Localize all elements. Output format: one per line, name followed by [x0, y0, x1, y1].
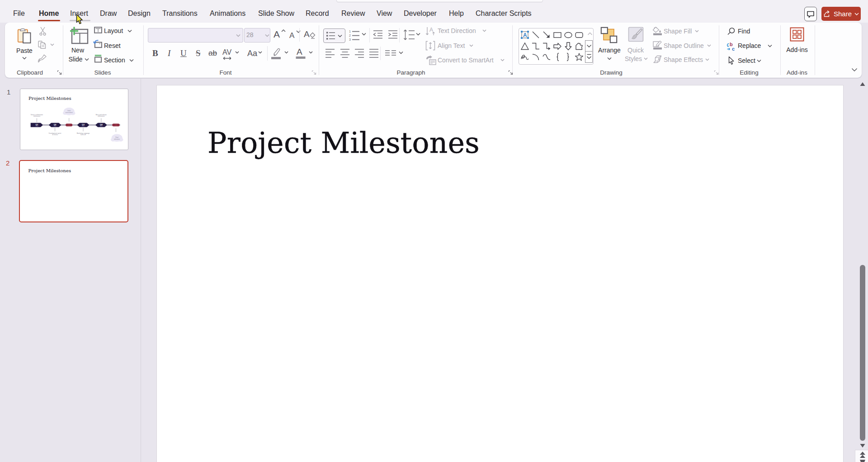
- tab-transitions[interactable]: Transitions: [162, 9, 198, 18]
- tab-slide-show[interactable]: Slide Show: [258, 9, 294, 18]
- tab-file[interactable]: File: [13, 9, 25, 18]
- shape-gallery: A: [519, 28, 594, 65]
- font-color-chevron-icon[interactable]: [309, 51, 313, 54]
- tab-draw[interactable]: Draw: [100, 9, 117, 18]
- timeline-clouds-1-l2: milestone: [114, 138, 120, 140]
- comments-button[interactable]: [804, 7, 817, 21]
- gallery-more-icon: [586, 54, 592, 60]
- columns-chevron-icon[interactable]: [399, 51, 403, 54]
- slide-title-text[interactable]: Project Milestones: [208, 127, 480, 160]
- increase-font-size-icon[interactable]: A: [273, 28, 286, 40]
- gallery-more-button[interactable]: [585, 51, 593, 63]
- tab-home[interactable]: Home: [39, 9, 59, 18]
- slide1-number: 1: [7, 88, 10, 96]
- previous-slide-button[interactable]: [859, 451, 866, 459]
- tab-view[interactable]: View: [377, 9, 392, 18]
- copy-icon[interactable]: [38, 41, 47, 49]
- scrollbar-up-icon[interactable]: [859, 81, 866, 87]
- group-label-drawing: Drawing: [600, 69, 623, 76]
- line-spacing-chevron-icon[interactable]: [416, 33, 420, 36]
- align-right-icon[interactable]: [354, 48, 364, 58]
- shape-rectangle-icon[interactable]: [553, 30, 562, 39]
- tab-review[interactable]: Review: [341, 9, 365, 18]
- slide2-thumbnail[interactable]: Project Milestones: [19, 160, 128, 222]
- change-case-chevron-icon[interactable]: [258, 51, 262, 54]
- align-left-icon[interactable]: [325, 48, 335, 58]
- shape-arrow-icon[interactable]: [542, 30, 551, 39]
- character-spacing-chevron-icon[interactable]: [235, 51, 239, 54]
- shape-oval-icon[interactable]: [564, 30, 573, 39]
- align-text-label: Align Text: [438, 42, 465, 49]
- shape-freeform-icon[interactable]: [575, 42, 584, 51]
- shape-text-box-icon[interactable]: A: [520, 30, 529, 39]
- shape-right-brace-icon[interactable]: [564, 52, 573, 61]
- tab-record[interactable]: Record: [306, 9, 329, 18]
- strikethrough-button[interactable]: S: [196, 48, 201, 58]
- panel-divider[interactable]: [141, 78, 141, 462]
- gallery-up-icon[interactable]: [587, 32, 593, 36]
- timeline-nodes-1-sub: 2024: [54, 125, 57, 127]
- line-spacing-icon[interactable]: [403, 29, 415, 42]
- shape-star-icon[interactable]: [575, 52, 584, 61]
- strikethrough-ab-button[interactable]: ab: [208, 49, 217, 58]
- cut-icon[interactable]: [39, 27, 46, 36]
- slide1-thumbnail[interactable]: Project Milestones Initial assessment Fi…: [20, 89, 128, 150]
- svg-text:AV: AV: [222, 48, 231, 56]
- collapse-ribbon-chevron-icon[interactable]: [851, 68, 858, 72]
- next-slide-button[interactable]: [859, 460, 866, 462]
- layout-icon: [94, 27, 102, 33]
- scrollbar-thumb[interactable]: [860, 265, 865, 441]
- clipboard-dialog-launcher-icon[interactable]: [57, 70, 62, 75]
- text-highlight-icon[interactable]: [270, 47, 282, 60]
- shape-triangle-icon[interactable]: [520, 42, 529, 51]
- bold-button[interactable]: B: [152, 48, 158, 58]
- shape-elbow-connector-icon[interactable]: [531, 42, 540, 51]
- share-icon: [823, 10, 831, 18]
- shape-effects-icon: [652, 55, 662, 64]
- font-color-icon[interactable]: A: [295, 47, 307, 60]
- font-size-combobox[interactable]: 28: [244, 28, 270, 42]
- character-spacing-icon[interactable]: AV: [222, 48, 236, 61]
- font-dialog-launcher-icon[interactable]: [311, 70, 317, 75]
- shape-line-icon[interactable]: [531, 30, 540, 39]
- share-button[interactable]: Share: [821, 7, 861, 21]
- shape-arc-icon[interactable]: [531, 52, 540, 61]
- justify-icon[interactable]: [369, 48, 379, 58]
- decrease-indent-icon[interactable]: [373, 30, 383, 41]
- group-divider: [143, 25, 144, 75]
- numbering-chevron-icon[interactable]: [362, 33, 366, 36]
- underline-button[interactable]: U: [180, 48, 187, 58]
- align-center-icon[interactable]: [340, 48, 350, 58]
- paragraph-dialog-launcher-icon[interactable]: [508, 70, 514, 75]
- tab-design[interactable]: Design: [128, 9, 151, 18]
- shape-elbow-arrow-icon[interactable]: [542, 42, 551, 51]
- shape-scribble-icon[interactable]: [520, 52, 529, 61]
- shape-effects-label: Shape Effects: [664, 56, 703, 63]
- bullets-button[interactable]: [323, 28, 345, 43]
- shape-down-arrow-icon[interactable]: [564, 42, 573, 51]
- italic-button[interactable]: I: [168, 48, 170, 58]
- tab-help[interactable]: Help: [449, 9, 464, 18]
- scrollbar-down-icon[interactable]: [859, 443, 866, 448]
- tab-animations[interactable]: Animations: [210, 9, 245, 18]
- clear-formatting-icon[interactable]: A: [303, 28, 316, 41]
- font-size-chevron-icon: [265, 34, 269, 37]
- font-name-combobox[interactable]: [148, 28, 243, 42]
- increase-indent-icon[interactable]: [388, 30, 398, 41]
- tab-character-scripts[interactable]: Character Scripts: [476, 9, 532, 18]
- gallery-down-button[interactable]: [585, 40, 593, 52]
- section-label: Section: [104, 57, 125, 64]
- copy-chevron-icon[interactable]: [50, 43, 54, 46]
- shape-curve-icon[interactable]: [542, 52, 551, 61]
- drawing-dialog-launcher-icon[interactable]: [714, 70, 719, 75]
- tab-developer[interactable]: Developer: [404, 9, 437, 18]
- group-divider: [815, 25, 815, 75]
- shape-left-brace-icon[interactable]: [553, 52, 562, 61]
- shape-rounded-rectangle-icon[interactable]: [575, 30, 584, 39]
- shape-right-arrow-icon[interactable]: [553, 42, 562, 51]
- format-painter-icon[interactable]: [38, 54, 47, 63]
- arrange-icon: [600, 27, 618, 44]
- numbering-icon[interactable]: 1 2 3: [349, 29, 360, 41]
- columns-icon[interactable]: [385, 50, 396, 57]
- text-highlight-chevron-icon[interactable]: [284, 51, 288, 54]
